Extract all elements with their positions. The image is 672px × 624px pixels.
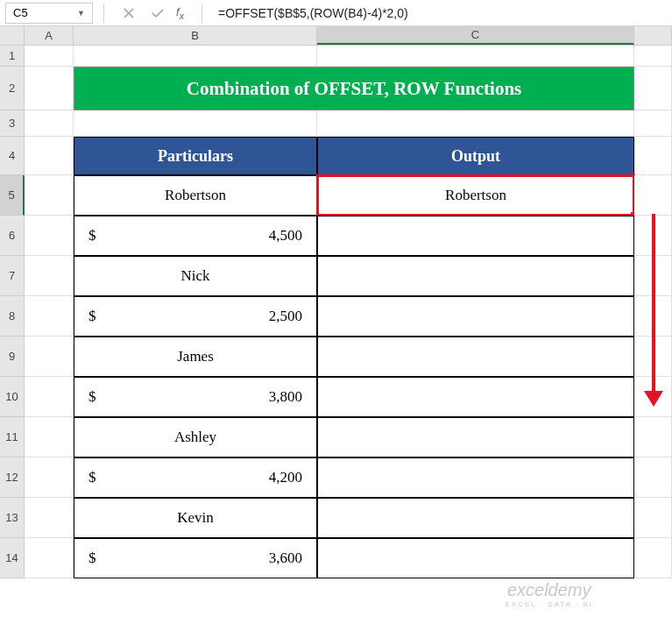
col-header-blank[interactable] — [634, 26, 672, 45]
row-header-9[interactable]: 9 — [0, 337, 25, 377]
cell-b8[interactable]: $2,500 — [74, 296, 317, 337]
cell-a6[interactable] — [25, 216, 74, 256]
row-header-14[interactable]: 14 — [0, 538, 25, 578]
cell-b1[interactable] — [74, 46, 317, 67]
watermark: exceldemy EXCEL · DATA · BI — [505, 580, 593, 608]
cell-b12[interactable]: $4,200 — [74, 457, 317, 498]
title-cell[interactable]: Combination of OFFSET, ROW Functions — [74, 67, 634, 110]
header-particulars[interactable]: Particulars — [74, 137, 317, 175]
cell-a7[interactable] — [25, 256, 74, 296]
cell-b10[interactable]: $3,800 — [74, 377, 317, 417]
cell-c6[interactable] — [317, 216, 634, 256]
cell-c9[interactable] — [317, 337, 634, 377]
cell-a13[interactable] — [25, 498, 74, 538]
cancel-icon[interactable] — [124, 8, 134, 18]
row-header-6[interactable]: 6 — [0, 216, 25, 256]
cell-c12[interactable] — [317, 457, 634, 498]
cell-b9[interactable]: James — [74, 337, 317, 377]
row-header-2[interactable]: 2 — [0, 67, 25, 110]
spreadsheet-grid: 1 2 Combination of OFFSET, ROW Functions… — [0, 46, 672, 578]
cell-c10[interactable] — [317, 377, 634, 417]
cell-a8[interactable] — [25, 296, 74, 337]
fx-icon[interactable]: fx — [176, 5, 184, 21]
cell-c11[interactable] — [317, 417, 634, 457]
row-header-1[interactable]: 1 — [0, 46, 25, 67]
col-header-b[interactable]: B — [74, 26, 317, 45]
cell-b11[interactable]: Ashley — [74, 417, 317, 457]
cell-d11[interactable] — [634, 417, 672, 457]
cell-a11[interactable] — [25, 417, 74, 457]
cell-c1[interactable] — [317, 46, 634, 67]
arrow-down-icon — [644, 391, 663, 407]
cell-c3[interactable] — [317, 110, 634, 137]
divider — [202, 4, 202, 23]
cell-d14[interactable] — [634, 538, 672, 578]
cell-b13[interactable]: Kevin — [74, 498, 317, 538]
row-header-13[interactable]: 13 — [0, 498, 25, 538]
col-header-c[interactable]: C — [317, 26, 634, 45]
name-box-dropdown-icon[interactable]: ▼ — [77, 9, 85, 18]
cell-b14[interactable]: $3,600 — [74, 538, 317, 578]
cell-d3[interactable] — [634, 110, 672, 137]
cell-a3[interactable] — [25, 110, 74, 137]
cell-b3[interactable] — [74, 110, 317, 137]
row-header-12[interactable]: 12 — [0, 457, 25, 498]
column-headers: A B C — [0, 26, 672, 46]
select-all-corner[interactable] — [0, 26, 25, 45]
cell-d12[interactable] — [634, 457, 672, 498]
cell-c13[interactable] — [317, 498, 634, 538]
row-header-7[interactable]: 7 — [0, 256, 25, 296]
row-header-3[interactable]: 3 — [0, 110, 25, 137]
row-header-11[interactable]: 11 — [0, 417, 25, 457]
watermark-text: exceldemy — [505, 580, 593, 600]
formula-input[interactable] — [213, 3, 672, 24]
row-header-5[interactable]: 5 — [0, 175, 25, 216]
cell-b7[interactable]: Nick — [74, 256, 317, 296]
cell-c14[interactable] — [317, 538, 634, 578]
row-header-8[interactable]: 8 — [0, 296, 25, 337]
header-output[interactable]: Output — [317, 137, 634, 175]
cell-d13[interactable] — [634, 498, 672, 538]
cell-b6[interactable]: $4,500 — [74, 216, 317, 256]
divider — [103, 4, 104, 23]
cell-a5[interactable] — [25, 175, 74, 216]
cell-c7[interactable] — [317, 256, 634, 296]
enter-icon[interactable] — [152, 8, 164, 18]
cell-d5[interactable] — [634, 175, 672, 216]
cell-c5-value: Robertson — [445, 187, 506, 204]
cell-a4[interactable] — [25, 137, 74, 175]
cell-d2[interactable] — [634, 67, 672, 110]
cell-a9[interactable] — [25, 337, 74, 377]
watermark-subtext: EXCEL · DATA · BI — [505, 600, 593, 608]
cell-d1[interactable] — [634, 46, 672, 67]
drag-down-arrow-annotation — [642, 214, 665, 407]
cell-b5[interactable]: Robertson — [74, 175, 317, 216]
arrow-line — [652, 214, 655, 391]
cell-c8[interactable] — [317, 296, 634, 337]
cell-a10[interactable] — [25, 377, 74, 417]
row-header-4[interactable]: 4 — [0, 137, 25, 175]
name-box[interactable]: C5 ▼ — [5, 3, 93, 24]
cell-a14[interactable] — [25, 538, 74, 578]
col-header-a[interactable]: A — [25, 26, 74, 45]
cell-a1[interactable] — [25, 46, 74, 67]
cell-a2[interactable] — [25, 67, 74, 110]
cell-d4[interactable] — [634, 137, 672, 175]
cell-c5-selected[interactable]: Robertson — [317, 175, 634, 216]
row-header-10[interactable]: 10 — [0, 377, 25, 417]
formula-bar: C5 ▼ fx — [0, 0, 672, 26]
cell-a12[interactable] — [25, 457, 74, 498]
name-box-value: C5 — [13, 6, 28, 19]
